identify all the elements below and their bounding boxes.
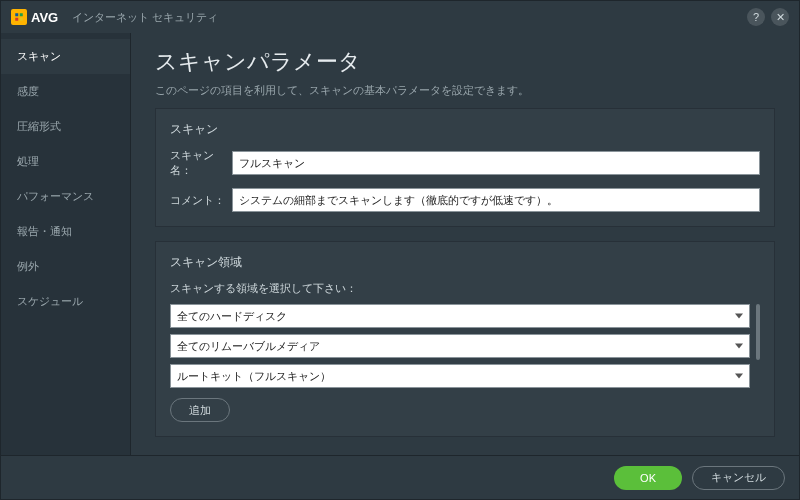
- scan-area-list-wrap: 全てのハードディスク 全てのリムーバブルメディア ルートキット（フルスキャン）: [170, 304, 760, 388]
- ok-button-label: OK: [640, 472, 656, 484]
- cancel-button-label: キャンセル: [711, 471, 766, 483]
- scan-panel: スキャン スキャン名： コメント：: [155, 108, 775, 227]
- ok-button[interactable]: OK: [614, 466, 682, 490]
- dropdown-value: ルートキット（フルスキャン）: [177, 369, 331, 384]
- sidebar-item-exclusions[interactable]: 例外: [1, 249, 130, 284]
- scan-area-list: 全てのハードディスク 全てのリムーバブルメディア ルートキット（フルスキャン）: [170, 304, 760, 388]
- main-content: スキャンパラメータ このページの項目を利用して、スキャンの基本パラメータを設定で…: [131, 33, 799, 455]
- cancel-button[interactable]: キャンセル: [692, 466, 785, 490]
- scan-area-desc: スキャンする領域を選択して下さい：: [170, 281, 760, 296]
- sidebar-item-actions[interactable]: 処理: [1, 144, 130, 179]
- page-title: スキャンパラメータ: [155, 47, 775, 77]
- sidebar-item-schedule[interactable]: スケジュール: [1, 284, 130, 319]
- sidebar-item-label: 処理: [17, 155, 39, 167]
- scan-area-dropdown[interactable]: 全てのハードディスク: [170, 304, 750, 328]
- footer: OK キャンセル: [1, 455, 799, 499]
- sidebar-item-scan[interactable]: スキャン: [1, 39, 130, 74]
- scan-name-input[interactable]: [232, 151, 760, 175]
- add-button-label: 追加: [189, 403, 211, 418]
- brand-logo: AVG: [11, 9, 58, 25]
- help-button[interactable]: ?: [747, 8, 765, 26]
- chevron-down-icon: [735, 344, 743, 349]
- sidebar-item-performance[interactable]: パフォーマンス: [1, 179, 130, 214]
- scan-comment-label: コメント：: [170, 193, 232, 208]
- svg-rect-3: [15, 18, 18, 21]
- scan-name-label: スキャン名：: [170, 148, 232, 178]
- sidebar: スキャン 感度 圧縮形式 処理 パフォーマンス 報告・通知 例外 スケジュール: [1, 33, 131, 455]
- sidebar-item-label: パフォーマンス: [17, 190, 94, 202]
- scan-area-dropdown[interactable]: ルートキット（フルスキャン）: [170, 364, 750, 388]
- brand-text: AVG: [31, 10, 58, 25]
- avg-badge-icon: [11, 9, 27, 25]
- sidebar-item-label: スケジュール: [17, 295, 83, 307]
- scrollbar-thumb[interactable]: [756, 304, 760, 360]
- titlebar: AVG インターネット セキュリティ ? ✕: [1, 1, 799, 33]
- app-window: AVG インターネット セキュリティ ? ✕ スキャン 感度 圧縮形式 処理 パ…: [0, 0, 800, 500]
- svg-rect-2: [20, 13, 23, 16]
- svg-rect-0: [13, 11, 25, 23]
- sidebar-item-sensitivity[interactable]: 感度: [1, 74, 130, 109]
- sidebar-item-label: 感度: [17, 85, 39, 97]
- scan-name-row: スキャン名：: [170, 148, 760, 178]
- chevron-down-icon: [735, 314, 743, 319]
- svg-rect-4: [20, 18, 23, 21]
- chevron-down-icon: [735, 374, 743, 379]
- sidebar-item-packers[interactable]: 圧縮形式: [1, 109, 130, 144]
- page-description: このページの項目を利用して、スキャンの基本パラメータを設定できます。: [155, 83, 775, 98]
- scan-area-dropdown[interactable]: 全てのリムーバブルメディア: [170, 334, 750, 358]
- sidebar-item-report[interactable]: 報告・通知: [1, 214, 130, 249]
- add-area-button[interactable]: 追加: [170, 398, 230, 422]
- dropdown-value: 全てのハードディスク: [177, 309, 287, 324]
- product-name: インターネット セキュリティ: [72, 10, 218, 25]
- body: スキャン 感度 圧縮形式 処理 パフォーマンス 報告・通知 例外 スケジュール …: [1, 33, 799, 455]
- sidebar-item-label: 圧縮形式: [17, 120, 61, 132]
- dropdown-value: 全てのリムーバブルメディア: [177, 339, 320, 354]
- close-button[interactable]: ✕: [771, 8, 789, 26]
- scan-comment-row: コメント：: [170, 188, 760, 212]
- scan-area-panel: スキャン領域 スキャンする領域を選択して下さい： 全てのハードディスク 全てのリ…: [155, 241, 775, 437]
- sidebar-item-label: 報告・通知: [17, 225, 72, 237]
- sidebar-item-label: 例外: [17, 260, 39, 272]
- scan-comment-input[interactable]: [232, 188, 760, 212]
- scan-panel-title: スキャン: [170, 121, 760, 138]
- svg-rect-1: [15, 13, 18, 16]
- sidebar-item-label: スキャン: [17, 50, 61, 62]
- scan-area-panel-title: スキャン領域: [170, 254, 760, 271]
